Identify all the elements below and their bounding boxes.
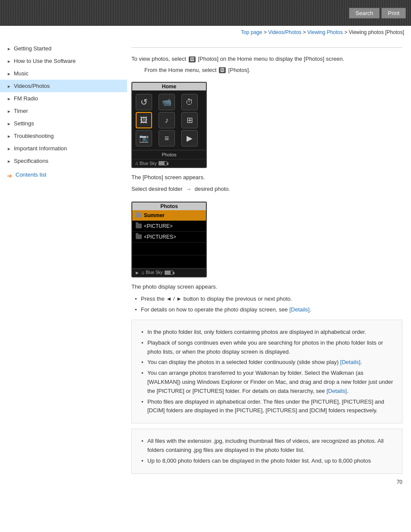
photo-display-appears: The photo display screen appears. [131, 283, 402, 292]
chevron-right-icon: ► [7, 121, 11, 126]
main-content: To view photos, select 🖼 [Photos] on the… [127, 39, 411, 494]
now-playing-label: Blue Sky [140, 161, 156, 166]
contents-list-link[interactable]: Contents list [0, 167, 127, 182]
chevron-right-icon: ► [7, 159, 11, 163]
note-bullet-5: Photo files are displayed in alphabetica… [141, 398, 396, 416]
page-layout: ► Getting Started ► How to Use the Softw… [0, 39, 411, 494]
sidebar-label: Music [14, 70, 28, 77]
sidebar: ► Getting Started ► How to Use the Softw… [0, 39, 127, 186]
sidebar-item-timer[interactable]: ► Timer [0, 105, 127, 117]
home-screen-photos-label: Photos [132, 150, 206, 159]
music-note-icon2: ♫ [141, 270, 144, 275]
details-link-3[interactable]: [Details] [327, 388, 347, 394]
bullet-item-1: Press the ◄ / ► button to display the pr… [135, 295, 402, 304]
folder-label: <PICTURE> [144, 223, 173, 229]
main-bullets: Press the ◄ / ► button to display the pr… [135, 295, 402, 314]
sidebar-item-important-information[interactable]: ► Important Information [0, 142, 127, 155]
contents-list-arrow-icon [7, 172, 14, 177]
photos-list-item-picture: <PICTURE> [132, 221, 206, 232]
battery-icon2 [165, 271, 173, 275]
photos-screen-title: Photos [132, 202, 206, 210]
chevron-right-icon: ► [7, 109, 11, 113]
page-number: 70 [131, 479, 402, 485]
sidebar-label: Troubleshooting [14, 133, 54, 139]
sidebar-label: Important Information [14, 145, 67, 152]
home-screen-title: Home [132, 83, 206, 90]
photos-screen-appears: The [Photos] screen appears. [131, 173, 402, 182]
home-screen-image: Home ↺ 📹 ⏱ 🖼 ♪ ⊞ 📷 ≡ ▶ Photos [131, 82, 207, 168]
icon-list: ≡ [159, 130, 175, 146]
folder-label: <PICTURES> [144, 234, 176, 240]
sidebar-item-specifications[interactable]: ► Specifications [0, 155, 127, 167]
folder-icon [136, 224, 142, 228]
breadcrumb-current: Viewing photos [Photos] [349, 29, 404, 35]
sidebar-item-how-to-use-software[interactable]: ► How to Use the Software [0, 55, 127, 67]
intro-text-2: From the Home menu, select 🖼 [Photos]. [144, 66, 402, 75]
sidebar-label: FM Radio [14, 95, 38, 102]
play-icon: ► [135, 270, 140, 275]
search-button[interactable]: Search [349, 8, 380, 19]
icon-photos-highlighted: 🖼 [136, 112, 152, 128]
sidebar-label: Videos/Photos [14, 83, 50, 89]
sidebar-item-settings[interactable]: ► Settings [0, 117, 127, 130]
tip-bullets: All files with the extension .jpg, inclu… [141, 437, 396, 465]
photos-icon-inline2: 🖼 [219, 67, 226, 73]
sidebar-item-getting-started[interactable]: ► Getting Started [0, 42, 127, 55]
note-bullet-4: You can arrange photos transferred to yo… [141, 369, 396, 395]
photos-list-item-pictures: <PICTURES> [132, 232, 206, 243]
now-playing-label2: Blue Sky [146, 270, 162, 275]
breadcrumb: Top page > Videos/Photos > Viewing Photo… [0, 26, 411, 39]
icon-share: ▶ [181, 130, 198, 146]
icon-camera: 📷 [136, 130, 152, 146]
tip-bullet-2: Up to 8,000 photo folders can be display… [141, 457, 396, 466]
sidebar-item-troubleshooting[interactable]: ► Troubleshooting [0, 130, 127, 142]
music-note-icon: ♫ [135, 161, 138, 166]
intro-text-1: To view photos, select 🖼 [Photos] on the… [131, 55, 402, 63]
chevron-right-icon: ► [7, 134, 11, 138]
battery-icon [159, 161, 167, 165]
tip-bullet-1: All files with the extension .jpg, inclu… [141, 437, 396, 455]
photos-list-empty2 [132, 255, 206, 268]
chevron-right-icon: ► [7, 47, 11, 51]
sidebar-item-music[interactable]: ► Music [0, 67, 127, 80]
photos-icon-inline: 🖼 [189, 56, 196, 62]
folder-label: Summer [144, 212, 165, 218]
breadcrumb-viewing-photos[interactable]: Viewing Photos [307, 29, 343, 35]
breadcrumb-top[interactable]: Top page [241, 29, 262, 35]
breadcrumb-videos-photos[interactable]: Videos/Photos [268, 29, 301, 35]
chevron-right-icon: ► [7, 72, 11, 76]
header: Search Print [0, 0, 411, 26]
icon-back: ↺ [136, 94, 152, 110]
photos-list-item-summer: Summer [132, 210, 206, 221]
icon-video: 📹 [159, 94, 175, 110]
sidebar-label: Timer [14, 108, 28, 114]
chevron-right-icon: ► [7, 84, 11, 88]
print-button[interactable]: Print [381, 8, 406, 19]
divider [131, 47, 402, 48]
sidebar-label: Specifications [14, 158, 48, 164]
details-link-1[interactable]: [Details] [290, 306, 310, 313]
note-bullet-1: In the photo folder list, only folders c… [141, 328, 396, 337]
photos-list: Summer <PICTURE> <PICTURES> [132, 210, 206, 268]
note-bullets: In the photo folder list, only folders c… [141, 328, 396, 415]
photos-list-empty1 [132, 243, 206, 255]
home-screen-grid: ↺ 📹 ⏱ 🖼 ♪ ⊞ 📷 ≡ ▶ [132, 90, 206, 150]
bullet-item-2: For details on how to operate the photo … [135, 305, 402, 314]
sidebar-item-videos-photos[interactable]: ► Videos/Photos [0, 80, 127, 92]
chevron-right-icon: ► [7, 146, 11, 151]
contents-list-label: Contents list [16, 171, 47, 178]
home-device-screen: Home ↺ 📹 ⏱ 🖼 ♪ ⊞ 📷 ≡ ▶ Photos [131, 82, 207, 168]
select-folder-text: Select desired folder → desired photo. [131, 185, 402, 194]
sidebar-label: Settings [14, 120, 34, 127]
chevron-right-icon: ► [7, 96, 11, 101]
arrow-right-icon: → [186, 185, 191, 194]
tip-box: All files with the extension .jpg, inclu… [131, 429, 402, 473]
icon-clock: ⏱ [181, 94, 198, 110]
note-bullet-3: You can display the photos in a selected… [141, 358, 396, 367]
home-screen-footer: ♫ Blue Sky [132, 159, 206, 167]
photos-screen-footer: ► ♫ Blue Sky [132, 268, 206, 277]
details-link-2[interactable]: [Details] [340, 359, 361, 365]
photos-device-screen: Photos Summer <PICTURE> <PICTURES> [131, 202, 207, 277]
sidebar-label: Getting Started [14, 45, 51, 52]
sidebar-item-fm-radio[interactable]: ► FM Radio [0, 92, 127, 105]
